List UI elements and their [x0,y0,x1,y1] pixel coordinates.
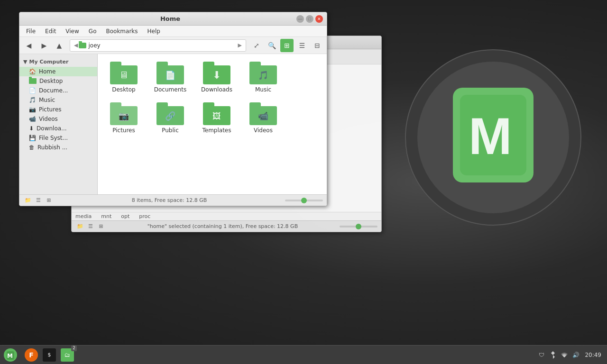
slider-track-bg [340,226,377,228]
file-manager-window: Home — □ ✕ File Edit View Go Bookmarks H… [19,12,327,206]
section-arrow: ▼ [23,59,27,65]
table-row[interactable]: 📹 Videos [242,100,285,136]
list-view-icon[interactable]: ☰ [86,222,95,231]
menu-file[interactable]: File [22,27,39,36]
taskbar: M F $ 🗂 2 🛡 🔊 20:49 [0,345,607,364]
zoom-slider-bg[interactable] [340,226,377,228]
videos-icon: 📹 [29,116,36,122]
location-bar[interactable]: ◀ joey ▶ [70,39,246,52]
terminal-btn[interactable]: $ [41,346,58,364]
statusbar: 📁 ☰ ⊞ 8 items, Free space: 12.8 GB [19,194,327,206]
location-prev[interactable]: ◀ [73,42,79,48]
svg-text:M: M [7,353,13,359]
sidebar-item-documents[interactable]: 📄 Docume... [19,86,97,95]
desktop-icon [29,78,37,84]
sidebar-label-downloads: Downloa... [37,125,66,132]
sidebar-item-pictures[interactable]: 📷 Pictures [19,105,97,114]
menu-edit[interactable]: Edit [41,27,60,36]
table-row[interactable]: 📷 Pictures [102,100,145,136]
bg-bottom-opt: opt [121,213,129,219]
sidebar-label-videos: Videos [39,116,58,122]
detail-view-btn[interactable]: ⊟ [311,39,324,52]
shield-icon[interactable]: 🛡 [537,351,546,359]
menu-bookmarks[interactable]: Bookmarks [102,27,141,36]
clock[interactable]: 20:49 [583,352,603,358]
sidebar-label-pics: Pictures [39,106,62,113]
slider-thumb-bg [356,224,361,229]
mint-menu-btn[interactable]: M [2,346,19,364]
location-folder-icon [79,43,86,48]
sidebar-item-downloads[interactable]: ⬇ Downloa... [19,124,97,133]
sidebar-item-rubbish[interactable]: 🗑 Rubbish ... [19,143,97,152]
close-btn[interactable]: ✕ [315,15,323,23]
documents-icon: 📄 [29,87,36,94]
list-view-btn[interactable]: ☰ [295,39,309,52]
folder-icon-music: 🎵 [249,62,277,84]
menu-view[interactable]: View [62,27,83,36]
list-icon[interactable]: ☰ [34,196,43,205]
sidebar-item-home[interactable]: 🏠 Home [19,67,97,76]
file-name-pictures: Pictures [112,127,135,134]
taskbar-apps: F $ 🗂 2 [21,346,78,364]
sidebar-label-music: Music [39,97,55,103]
menu-help[interactable]: Help [144,27,164,36]
table-row[interactable]: 🖥 Desktop [102,59,145,96]
network-icon[interactable] [560,351,569,359]
menu-go[interactable]: Go [85,27,101,36]
folder-view-icon[interactable]: 📁 [75,222,85,231]
sidebar-item-desktop[interactable]: Desktop [19,76,97,86]
folder-icon-pictures: 📷 [110,102,138,125]
file-name-templates: Templates [202,127,231,134]
sidebar-item-filesystem[interactable]: 💾 File Syst... [19,133,97,143]
file-name-desktop: Desktop [112,86,136,93]
taskbar-left: M [0,346,21,364]
firefox-btn[interactable]: F [23,346,40,364]
slider-track [285,200,323,201]
bluetooth-icon[interactable] [549,351,557,359]
up-btn[interactable]: ▲ [53,39,66,52]
titlebar[interactable]: Home — □ ✕ [19,12,327,26]
slider-thumb [301,198,307,203]
sidebar-label-fs: File Syst... [39,135,68,141]
trash-icon: 🗑 [29,144,35,151]
toolbar: ◀ ▶ ▲ ◀ joey ▶ ⤢ 🔍 ⊞ ☰ ⊟ [19,37,327,54]
music-icon: 🎵 [29,97,36,103]
folder-icon-templates: 🖼 [203,102,230,125]
minimize-btn[interactable]: — [296,15,304,23]
sidebar-section-header[interactable]: ▼ My Computer [19,57,97,67]
resize-btn[interactable]: ⤢ [250,39,263,52]
table-row[interactable]: 🖼 Templates [195,100,238,136]
grid-icon[interactable]: ⊞ [44,196,54,205]
sidebar-item-music[interactable]: 🎵 Music [19,95,97,105]
file-name-videos: Videos [254,127,273,134]
menubar: File Edit View Go Bookmarks Help [19,26,327,37]
statusbar-icons: 📁 ☰ ⊞ [23,196,54,205]
table-row[interactable]: 🎵 Music [242,59,285,96]
back-btn[interactable]: ◀ [22,39,36,52]
folder-icon-desktop: 🖥 [110,62,138,84]
volume-icon[interactable]: 🔊 [571,351,580,359]
statusbar-bg: 📁 ☰ ⊞ "home" selected (containing 1 item… [72,220,381,232]
home-icon: 🏠 [29,68,36,75]
grid-view-icon[interactable]: ⊞ [96,222,106,231]
files-btn[interactable]: 🗂 2 [59,346,76,364]
downloads-icon: ⬇ [29,125,34,132]
table-row[interactable]: 📄 Documents [149,59,192,96]
statusbar-text: 8 items, Free space: 12.8 GB [57,197,281,203]
table-row[interactable]: 🔗 Public [149,100,192,136]
folder-icon[interactable]: 📁 [23,196,33,205]
file-name-music: Music [255,86,271,93]
maximize-btn[interactable]: □ [306,15,313,23]
table-row[interactable]: ⬇ Downloads [195,59,238,96]
location-next[interactable]: ▶ [237,42,243,48]
titlebar-title: Home [44,15,296,22]
forward-btn[interactable]: ▶ [37,39,51,52]
file-area: 🖥 Desktop 📄 Documents [98,54,327,194]
sidebar-item-videos[interactable]: 📹 Videos [19,114,97,124]
search-btn[interactable]: 🔍 [265,39,278,52]
grid-view-btn[interactable]: ⊞ [280,39,294,52]
zoom-slider[interactable] [285,200,323,201]
folder-icon-downloads: ⬇ [203,62,230,84]
sidebar: ▼ My Computer 🏠 Home Desktop 📄 Docume...… [19,54,98,194]
file-name-public: Public [162,127,179,134]
